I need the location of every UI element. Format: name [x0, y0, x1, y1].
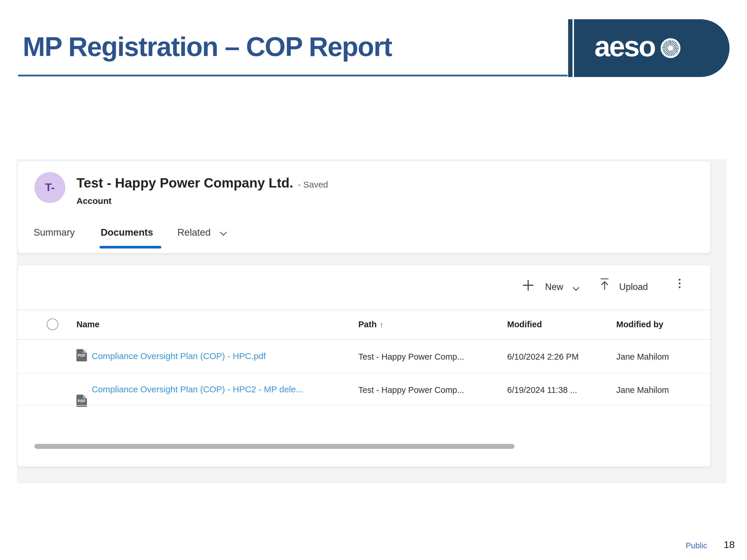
- column-header-modified[interactable]: Modified: [507, 320, 548, 329]
- chevron-down-icon: [666, 322, 670, 326]
- row-divider: [18, 373, 711, 374]
- slide: MP Registration – COP Report aeso T- Tes…: [0, 0, 747, 560]
- record-title-row: Test - Happy Power Company Ltd. - Saved: [76, 175, 328, 191]
- chevron-down-icon: [386, 322, 390, 326]
- sort-ascending-icon: ↑: [380, 321, 384, 329]
- new-button[interactable]: New: [545, 282, 563, 292]
- chevron-down-icon: [545, 322, 548, 326]
- active-tab-underline: [100, 246, 161, 248]
- plus-icon[interactable]: [523, 280, 534, 291]
- more-vertical-icon[interactable]: [679, 279, 680, 288]
- document-link[interactable]: Compliance Oversight Plan (COP) - HPC2 -…: [92, 384, 303, 394]
- document-link[interactable]: Compliance Oversight Plan (COP) - HPC.pd…: [92, 351, 266, 361]
- title-underline: [18, 75, 568, 76]
- tab-related[interactable]: Related: [177, 227, 211, 238]
- aeso-logo-text: aeso: [594, 32, 655, 61]
- tab-documents[interactable]: Documents: [101, 227, 153, 238]
- tab-summary[interactable]: Summary: [33, 227, 75, 238]
- footer-classification: Public: [686, 541, 707, 550]
- table-row[interactable]: PDF Compliance Oversight Plan (COP) - HP…: [0, 0, 747, 12]
- select-all-checkbox[interactable]: [47, 319, 58, 330]
- aeso-swirl-icon: [661, 38, 680, 58]
- row-divider: [18, 405, 711, 406]
- modified-cell: 6/19/2024 11:38 ...: [507, 385, 577, 395]
- column-header-path[interactable]: Path↑: [358, 320, 390, 329]
- avatar-initials: T-: [45, 181, 55, 194]
- column-header-modified-by[interactable]: Modified by: [616, 320, 669, 329]
- upload-button[interactable]: Upload: [619, 282, 648, 292]
- entity-type-label: Account: [76, 196, 111, 206]
- upload-icon[interactable]: [598, 277, 611, 291]
- modified-by-cell: Jane Mahilom: [616, 352, 669, 362]
- page-title: MP Registration – COP Report: [23, 31, 392, 62]
- avatar: T-: [34, 172, 66, 203]
- path-cell: Test - Happy Power Comp...: [358, 352, 464, 362]
- aeso-logo: aeso: [574, 19, 729, 77]
- chevron-down-icon: [102, 322, 106, 326]
- modified-by-cell: Jane Mahilom: [616, 385, 669, 395]
- logo-accent-bar: [568, 19, 572, 77]
- record-name: Test - Happy Power Company Ltd.: [76, 175, 293, 191]
- modified-cell: 6/10/2024 2:26 PM: [507, 352, 578, 362]
- pdf-file-icon: PDF: [76, 349, 87, 362]
- page-number: 18: [724, 539, 735, 550]
- horizontal-scrollbar-thumb[interactable]: [34, 444, 514, 449]
- column-header-name[interactable]: Name: [76, 320, 106, 329]
- save-status: - Saved: [298, 180, 328, 190]
- path-cell: Test - Happy Power Comp...: [358, 385, 464, 395]
- documents-card: [18, 265, 711, 466]
